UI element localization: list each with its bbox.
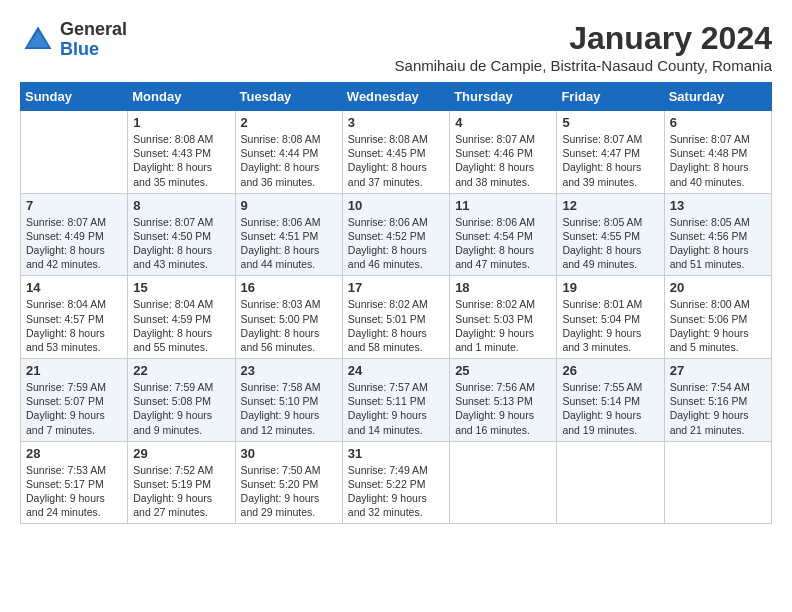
header-thursday: Thursday xyxy=(450,83,557,111)
calendar-cell: 1Sunrise: 8:08 AM Sunset: 4:43 PM Daylig… xyxy=(128,111,235,194)
calendar-cell: 30Sunrise: 7:50 AM Sunset: 5:20 PM Dayli… xyxy=(235,441,342,524)
day-info: Sunrise: 8:08 AM Sunset: 4:44 PM Dayligh… xyxy=(241,132,337,189)
calendar-week-1: 1Sunrise: 8:08 AM Sunset: 4:43 PM Daylig… xyxy=(21,111,772,194)
day-info: Sunrise: 7:53 AM Sunset: 5:17 PM Dayligh… xyxy=(26,463,122,520)
day-number: 18 xyxy=(455,280,551,295)
day-info: Sunrise: 8:07 AM Sunset: 4:48 PM Dayligh… xyxy=(670,132,766,189)
calendar-week-4: 21Sunrise: 7:59 AM Sunset: 5:07 PM Dayli… xyxy=(21,359,772,442)
day-number: 30 xyxy=(241,446,337,461)
day-info: Sunrise: 7:58 AM Sunset: 5:10 PM Dayligh… xyxy=(241,380,337,437)
day-number: 15 xyxy=(133,280,229,295)
day-number: 31 xyxy=(348,446,444,461)
day-info: Sunrise: 7:49 AM Sunset: 5:22 PM Dayligh… xyxy=(348,463,444,520)
day-info: Sunrise: 8:06 AM Sunset: 4:52 PM Dayligh… xyxy=(348,215,444,272)
calendar-cell: 20Sunrise: 8:00 AM Sunset: 5:06 PM Dayli… xyxy=(664,276,771,359)
logo-text: General Blue xyxy=(60,20,127,60)
day-info: Sunrise: 8:08 AM Sunset: 4:45 PM Dayligh… xyxy=(348,132,444,189)
calendar-cell: 2Sunrise: 8:08 AM Sunset: 4:44 PM Daylig… xyxy=(235,111,342,194)
calendar-cell: 31Sunrise: 7:49 AM Sunset: 5:22 PM Dayli… xyxy=(342,441,449,524)
day-number: 28 xyxy=(26,446,122,461)
day-info: Sunrise: 8:06 AM Sunset: 4:51 PM Dayligh… xyxy=(241,215,337,272)
calendar-week-2: 7Sunrise: 8:07 AM Sunset: 4:49 PM Daylig… xyxy=(21,193,772,276)
day-info: Sunrise: 7:59 AM Sunset: 5:08 PM Dayligh… xyxy=(133,380,229,437)
logo-blue-text: Blue xyxy=(60,40,127,60)
day-info: Sunrise: 7:59 AM Sunset: 5:07 PM Dayligh… xyxy=(26,380,122,437)
logo: General Blue xyxy=(20,20,127,60)
calendar-cell: 19Sunrise: 8:01 AM Sunset: 5:04 PM Dayli… xyxy=(557,276,664,359)
calendar-title: January 2024 xyxy=(395,20,772,57)
day-number: 29 xyxy=(133,446,229,461)
logo-icon xyxy=(20,22,56,58)
day-number: 11 xyxy=(455,198,551,213)
calendar-cell: 7Sunrise: 8:07 AM Sunset: 4:49 PM Daylig… xyxy=(21,193,128,276)
calendar-cell: 15Sunrise: 8:04 AM Sunset: 4:59 PM Dayli… xyxy=(128,276,235,359)
calendar-cell: 10Sunrise: 8:06 AM Sunset: 4:52 PM Dayli… xyxy=(342,193,449,276)
day-number: 4 xyxy=(455,115,551,130)
day-info: Sunrise: 8:06 AM Sunset: 4:54 PM Dayligh… xyxy=(455,215,551,272)
day-info: Sunrise: 8:07 AM Sunset: 4:49 PM Dayligh… xyxy=(26,215,122,272)
header-saturday: Saturday xyxy=(664,83,771,111)
calendar-cell: 29Sunrise: 7:52 AM Sunset: 5:19 PM Dayli… xyxy=(128,441,235,524)
day-number: 19 xyxy=(562,280,658,295)
day-info: Sunrise: 7:56 AM Sunset: 5:13 PM Dayligh… xyxy=(455,380,551,437)
calendar-cell: 13Sunrise: 8:05 AM Sunset: 4:56 PM Dayli… xyxy=(664,193,771,276)
calendar-cell: 4Sunrise: 8:07 AM Sunset: 4:46 PM Daylig… xyxy=(450,111,557,194)
calendar-cell xyxy=(450,441,557,524)
day-number: 25 xyxy=(455,363,551,378)
day-number: 7 xyxy=(26,198,122,213)
calendar-cell xyxy=(21,111,128,194)
day-info: Sunrise: 8:01 AM Sunset: 5:04 PM Dayligh… xyxy=(562,297,658,354)
day-number: 17 xyxy=(348,280,444,295)
calendar-cell: 22Sunrise: 7:59 AM Sunset: 5:08 PM Dayli… xyxy=(128,359,235,442)
calendar-cell: 6Sunrise: 8:07 AM Sunset: 4:48 PM Daylig… xyxy=(664,111,771,194)
day-info: Sunrise: 8:04 AM Sunset: 4:57 PM Dayligh… xyxy=(26,297,122,354)
calendar-cell: 24Sunrise: 7:57 AM Sunset: 5:11 PM Dayli… xyxy=(342,359,449,442)
day-info: Sunrise: 7:50 AM Sunset: 5:20 PM Dayligh… xyxy=(241,463,337,520)
day-number: 8 xyxy=(133,198,229,213)
calendar-cell: 28Sunrise: 7:53 AM Sunset: 5:17 PM Dayli… xyxy=(21,441,128,524)
header-sunday: Sunday xyxy=(21,83,128,111)
day-number: 27 xyxy=(670,363,766,378)
day-info: Sunrise: 8:07 AM Sunset: 4:50 PM Dayligh… xyxy=(133,215,229,272)
day-number: 2 xyxy=(241,115,337,130)
day-number: 21 xyxy=(26,363,122,378)
day-number: 13 xyxy=(670,198,766,213)
day-number: 26 xyxy=(562,363,658,378)
day-number: 16 xyxy=(241,280,337,295)
calendar-cell xyxy=(664,441,771,524)
calendar-cell: 16Sunrise: 8:03 AM Sunset: 5:00 PM Dayli… xyxy=(235,276,342,359)
header-friday: Friday xyxy=(557,83,664,111)
calendar-cell: 8Sunrise: 8:07 AM Sunset: 4:50 PM Daylig… xyxy=(128,193,235,276)
calendar-week-3: 14Sunrise: 8:04 AM Sunset: 4:57 PM Dayli… xyxy=(21,276,772,359)
calendar-cell: 12Sunrise: 8:05 AM Sunset: 4:55 PM Dayli… xyxy=(557,193,664,276)
day-number: 23 xyxy=(241,363,337,378)
calendar-table: SundayMondayTuesdayWednesdayThursdayFrid… xyxy=(20,82,772,524)
calendar-cell: 26Sunrise: 7:55 AM Sunset: 5:14 PM Dayli… xyxy=(557,359,664,442)
day-info: Sunrise: 8:03 AM Sunset: 5:00 PM Dayligh… xyxy=(241,297,337,354)
day-number: 14 xyxy=(26,280,122,295)
day-info: Sunrise: 8:04 AM Sunset: 4:59 PM Dayligh… xyxy=(133,297,229,354)
calendar-cell: 11Sunrise: 8:06 AM Sunset: 4:54 PM Dayli… xyxy=(450,193,557,276)
title-area: January 2024 Sanmihaiu de Campie, Bistri… xyxy=(395,20,772,74)
day-info: Sunrise: 8:07 AM Sunset: 4:47 PM Dayligh… xyxy=(562,132,658,189)
day-number: 5 xyxy=(562,115,658,130)
day-info: Sunrise: 8:05 AM Sunset: 4:56 PM Dayligh… xyxy=(670,215,766,272)
day-number: 6 xyxy=(670,115,766,130)
calendar-week-5: 28Sunrise: 7:53 AM Sunset: 5:17 PM Dayli… xyxy=(21,441,772,524)
day-info: Sunrise: 8:00 AM Sunset: 5:06 PM Dayligh… xyxy=(670,297,766,354)
header-tuesday: Tuesday xyxy=(235,83,342,111)
day-number: 22 xyxy=(133,363,229,378)
day-info: Sunrise: 7:54 AM Sunset: 5:16 PM Dayligh… xyxy=(670,380,766,437)
calendar-cell: 9Sunrise: 8:06 AM Sunset: 4:51 PM Daylig… xyxy=(235,193,342,276)
day-number: 3 xyxy=(348,115,444,130)
day-info: Sunrise: 8:02 AM Sunset: 5:01 PM Dayligh… xyxy=(348,297,444,354)
day-info: Sunrise: 8:08 AM Sunset: 4:43 PM Dayligh… xyxy=(133,132,229,189)
calendar-cell: 5Sunrise: 8:07 AM Sunset: 4:47 PM Daylig… xyxy=(557,111,664,194)
header: General Blue January 2024 Sanmihaiu de C… xyxy=(20,20,772,74)
day-number: 12 xyxy=(562,198,658,213)
day-info: Sunrise: 7:55 AM Sunset: 5:14 PM Dayligh… xyxy=(562,380,658,437)
day-info: Sunrise: 8:07 AM Sunset: 4:46 PM Dayligh… xyxy=(455,132,551,189)
calendar-header-row: SundayMondayTuesdayWednesdayThursdayFrid… xyxy=(21,83,772,111)
calendar-cell: 17Sunrise: 8:02 AM Sunset: 5:01 PM Dayli… xyxy=(342,276,449,359)
calendar-subtitle: Sanmihaiu de Campie, Bistrita-Nasaud Cou… xyxy=(395,57,772,74)
